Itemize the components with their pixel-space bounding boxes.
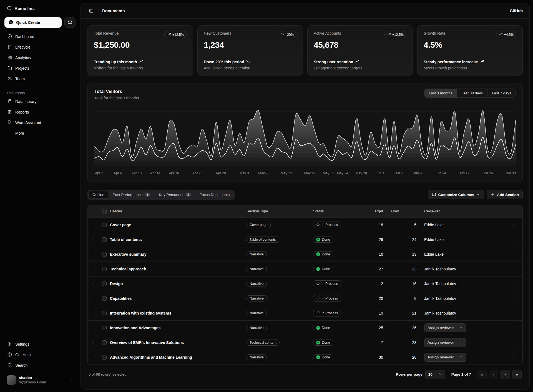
user-menu[interactable]: shadcn m@example.com ⋮ bbox=[4, 373, 76, 387]
target-value[interactable]: 30 bbox=[360, 355, 391, 360]
target-value[interactable]: 25 bbox=[360, 326, 391, 330]
row-header-link[interactable]: Integration with existing systems bbox=[110, 311, 247, 315]
row-checkbox[interactable] bbox=[102, 355, 107, 360]
row-actions-button[interactable]: ⋮ bbox=[507, 222, 522, 227]
drag-handle-icon[interactable] bbox=[88, 267, 99, 271]
drag-handle-icon[interactable] bbox=[88, 252, 99, 256]
add-section-button[interactable]: Add Section bbox=[487, 190, 523, 199]
row-checkbox[interactable] bbox=[102, 311, 107, 315]
row-actions-button[interactable]: ⋮ bbox=[507, 281, 522, 286]
row-actions-button[interactable]: ⋮ bbox=[507, 325, 522, 330]
sidebar-item-settings[interactable]: Settings bbox=[4, 339, 76, 349]
sidebar-item-word-assistant[interactable]: Word Assistant bbox=[4, 118, 76, 128]
inbox-button[interactable] bbox=[64, 17, 76, 28]
drag-handle-icon[interactable] bbox=[88, 282, 99, 285]
row-actions-button[interactable]: ⋮ bbox=[507, 311, 522, 316]
row-actions-button[interactable]: ⋮ bbox=[507, 355, 522, 360]
row-actions-button[interactable]: ⋮ bbox=[507, 237, 522, 242]
target-value[interactable]: 18 bbox=[360, 223, 391, 227]
svg-text:Apr 28: Apr 28 bbox=[216, 171, 226, 175]
rows-per-page-select[interactable]: 10 bbox=[425, 370, 445, 379]
row-actions-button[interactable]: ⋮ bbox=[507, 252, 522, 257]
row-actions-button[interactable]: ⋮ bbox=[507, 267, 522, 272]
next-page-button[interactable]: › bbox=[501, 370, 510, 379]
tab-focus-documents[interactable]: Focus Documents bbox=[195, 191, 233, 199]
range-last-7-days[interactable]: Last 7 days bbox=[487, 89, 516, 97]
range-last-30-days[interactable]: Last 30 days bbox=[457, 89, 487, 97]
row-checkbox[interactable] bbox=[102, 237, 107, 242]
target-value[interactable]: 19 bbox=[360, 311, 391, 315]
row-checkbox[interactable] bbox=[102, 223, 107, 227]
drag-handle-icon[interactable] bbox=[88, 238, 99, 241]
prev-page-button[interactable]: ‹ bbox=[489, 370, 498, 379]
sidebar-toggle-button[interactable] bbox=[87, 7, 95, 15]
range-last-3-months[interactable]: Last 3 months bbox=[424, 89, 457, 97]
github-link[interactable]: GitHub bbox=[510, 9, 523, 13]
target-value[interactable]: 20 bbox=[360, 296, 391, 301]
limit-value[interactable]: 8 bbox=[391, 296, 424, 301]
limit-value[interactable]: 23 bbox=[391, 267, 424, 271]
row-actions-button[interactable]: ⋮ bbox=[507, 340, 522, 345]
select-all-checkbox[interactable] bbox=[102, 209, 107, 213]
drag-handle-icon[interactable] bbox=[88, 355, 99, 359]
target-value[interactable]: 27 bbox=[360, 267, 391, 271]
limit-value[interactable]: 21 bbox=[391, 311, 424, 315]
check-circle-icon bbox=[316, 341, 320, 345]
customize-columns-button[interactable]: Customize Columns bbox=[428, 190, 484, 199]
row-checkbox[interactable] bbox=[102, 296, 107, 301]
limit-value[interactable]: 23 bbox=[391, 340, 424, 345]
sidebar-item-more[interactable]: More bbox=[4, 128, 76, 138]
tab-past-performance[interactable]: Past Performance3 bbox=[109, 191, 154, 199]
limit-value[interactable]: 24 bbox=[391, 237, 424, 242]
target-value[interactable]: 29 bbox=[360, 237, 391, 242]
limit-value[interactable]: 5 bbox=[391, 223, 424, 227]
drag-handle-icon[interactable] bbox=[88, 296, 99, 300]
row-actions-button[interactable]: ⋮ bbox=[507, 296, 522, 301]
drag-handle-icon[interactable] bbox=[88, 223, 99, 227]
sidebar-item-get-help[interactable]: Get Help bbox=[4, 350, 76, 360]
sidebar-documents-nav: Data Library Reports Word Assistant More bbox=[4, 97, 76, 138]
sidebar-item-lifecycle[interactable]: Lifecycle bbox=[4, 42, 76, 52]
row-header-link[interactable]: Technical approach bbox=[110, 267, 247, 271]
target-value[interactable]: 10 bbox=[360, 252, 391, 257]
row-header-link[interactable]: Innovation and Advantages bbox=[110, 326, 247, 330]
row-header-link[interactable]: Table of contents bbox=[110, 237, 247, 242]
row-checkbox[interactable] bbox=[102, 326, 107, 330]
sidebar-item-dashboard[interactable]: Dashboard bbox=[4, 32, 76, 42]
drag-handle-icon[interactable] bbox=[88, 341, 99, 344]
row-header-link[interactable]: Cover page bbox=[110, 223, 247, 227]
drag-handle-icon[interactable] bbox=[88, 311, 99, 315]
quick-create-button[interactable]: Quick Create bbox=[4, 17, 62, 28]
tab-outline[interactable]: Outline bbox=[89, 191, 108, 199]
sidebar-item-team[interactable]: Team bbox=[4, 74, 76, 84]
assign-reviewer-select[interactable]: Assign reviewer bbox=[424, 338, 466, 347]
limit-value[interactable]: 16 bbox=[391, 282, 424, 286]
limit-value[interactable]: 26 bbox=[391, 326, 424, 330]
sidebar-item-projects[interactable]: Projects bbox=[4, 63, 76, 73]
sidebar-item-data-library[interactable]: Data Library bbox=[4, 97, 76, 107]
sidebar-item-analytics[interactable]: Analytics bbox=[4, 53, 76, 63]
row-header-link[interactable]: Advanced Algorithms and Machine Learning bbox=[110, 355, 247, 360]
assign-reviewer-select[interactable]: Assign reviewer bbox=[424, 353, 466, 362]
row-header-link[interactable]: Overview of EMR's Innovative Solutions bbox=[110, 340, 247, 345]
row-header-link[interactable]: Design bbox=[110, 282, 247, 286]
limit-value[interactable]: 28 bbox=[391, 355, 424, 360]
first-page-button[interactable]: « bbox=[477, 370, 487, 379]
row-checkbox[interactable] bbox=[102, 252, 107, 257]
sidebar-item-reports[interactable]: Reports bbox=[4, 107, 76, 117]
assign-reviewer-select[interactable]: Assign reviewer bbox=[424, 323, 466, 332]
row-header-link[interactable]: Capabilities bbox=[110, 296, 247, 301]
last-page-button[interactable]: » bbox=[512, 370, 522, 379]
row-header-link[interactable]: Executive summary bbox=[110, 252, 247, 257]
row-checkbox[interactable] bbox=[102, 267, 107, 271]
sidebar-item-search[interactable]: Search bbox=[4, 360, 76, 370]
limit-value[interactable]: 13 bbox=[391, 252, 424, 257]
user-menu-dots-icon[interactable]: ⋮ bbox=[69, 378, 73, 383]
target-value[interactable]: 7 bbox=[360, 340, 391, 345]
target-value[interactable]: 2 bbox=[360, 282, 391, 286]
drag-handle-icon[interactable] bbox=[88, 326, 99, 330]
brand[interactable]: Acme Inc. bbox=[4, 4, 76, 13]
row-checkbox[interactable] bbox=[102, 282, 107, 286]
row-checkbox[interactable] bbox=[102, 340, 107, 345]
tab-key-personnel[interactable]: Key Personnel2 bbox=[155, 191, 195, 199]
